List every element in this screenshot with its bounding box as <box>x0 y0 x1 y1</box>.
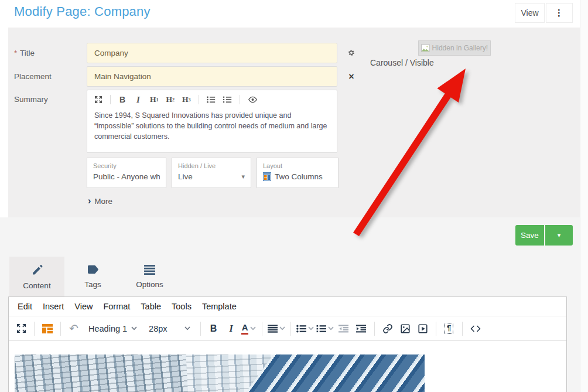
layout-card[interactable]: Layout Two Columns <box>257 158 339 188</box>
menu-insert[interactable]: Insert <box>37 302 69 311</box>
menu-template[interactable]: Template <box>197 302 242 311</box>
chevron-right-icon: › <box>88 196 91 206</box>
menu-edit[interactable]: Edit <box>12 302 37 311</box>
title-input[interactable] <box>87 43 337 63</box>
italic-button[interactable]: I <box>224 320 239 338</box>
summary-italic-button[interactable]: I <box>134 95 142 105</box>
divider <box>374 322 375 336</box>
divider <box>240 95 240 104</box>
template-layout-button[interactable] <box>40 320 55 338</box>
divider <box>436 322 436 336</box>
menu-table[interactable]: Table <box>135 302 166 311</box>
tab-options[interactable]: Options <box>121 257 178 296</box>
align-justify-icon <box>268 325 278 333</box>
link-button[interactable] <box>380 320 395 338</box>
menu-tools[interactable]: Tools <box>166 302 197 311</box>
placement-remove-button[interactable]: × <box>346 71 357 83</box>
indent-icon <box>356 325 366 333</box>
fullscreen-button[interactable] <box>13 320 29 338</box>
summary-bold-button[interactable]: B <box>118 95 127 104</box>
bullet-list-icon <box>296 325 306 333</box>
bullet-list-icon[interactable] <box>207 96 216 103</box>
tab-bar: Content Tags Options <box>9 257 178 296</box>
source-code-button[interactable] <box>468 320 483 338</box>
summary-toolbar: B I H1 H2 H3 <box>87 90 337 109</box>
required-asterisk: * <box>14 49 17 57</box>
menu-view[interactable]: View <box>69 302 98 311</box>
view-button[interactable]: View <box>515 3 545 23</box>
gallery-thumbnail[interactable]: Hidden in Gallery! <box>418 40 491 56</box>
pencil-icon <box>31 264 43 276</box>
broken-image-icon <box>421 44 430 52</box>
layout-grid-icon <box>42 324 53 333</box>
options-icon <box>143 265 156 275</box>
title-settings-button[interactable] <box>346 47 357 59</box>
summary-h2-button[interactable]: H2 <box>166 95 175 104</box>
editor-menubar: Edit Insert View Format Table Tools Temp… <box>9 297 566 316</box>
chevron-down-icon <box>328 326 334 330</box>
summary-label: Summary <box>14 95 48 104</box>
header: Modify Page: Company View ⋮ <box>0 0 580 28</box>
outdent-icon <box>339 325 348 333</box>
security-card[interactable]: Security Public - Anyone wh... <box>87 158 166 188</box>
chevron-down-icon <box>250 326 256 330</box>
divider <box>200 322 201 336</box>
divider <box>199 95 199 104</box>
hidden-live-card[interactable]: Hidden / Live Live ▾ <box>172 158 251 188</box>
undo-button[interactable]: ↶ <box>66 320 81 338</box>
heading-select[interactable]: Heading 1 <box>84 320 142 338</box>
skyscraper-image[interactable] <box>15 354 425 392</box>
eye-icon[interactable] <box>248 96 258 103</box>
summary-h1-button[interactable]: H1 <box>150 95 159 104</box>
more-toggle[interactable]: › More <box>88 196 112 206</box>
placement-input[interactable] <box>87 66 337 87</box>
editor-content[interactable] <box>9 341 566 392</box>
editor-toolbar: ↶ Heading 1 28px B I A <box>9 316 566 341</box>
media-icon <box>418 323 428 334</box>
page-scrollbar[interactable] <box>580 0 588 392</box>
menu-format[interactable]: Format <box>98 302 135 311</box>
undo-icon: ↶ <box>69 323 78 334</box>
field-cards: Security Public - Anyone wh... Hidden / … <box>87 158 339 188</box>
fullscreen-icon <box>16 323 26 333</box>
media-button[interactable] <box>415 320 430 338</box>
outdent-button[interactable] <box>336 320 351 338</box>
chevron-down-icon <box>131 326 137 330</box>
bullet-list-button[interactable] <box>296 320 314 338</box>
text-color-button[interactable]: A <box>241 320 257 338</box>
summary-text[interactable]: Since 1994, S Squared Innovations has pr… <box>87 109 337 144</box>
title-label: *Title <box>14 49 35 57</box>
fontsize-select[interactable]: 28px <box>144 320 194 338</box>
tab-tags[interactable]: Tags <box>64 257 121 296</box>
chevron-down-icon <box>184 326 190 330</box>
chevron-down-icon <box>279 326 285 330</box>
divider <box>60 322 61 336</box>
kebab-icon: ⋮ <box>555 8 564 18</box>
summary-editor: B I H1 H2 H3 <box>87 90 337 153</box>
summary-h3-button[interactable]: H3 <box>182 95 191 104</box>
image-button[interactable] <box>398 320 413 338</box>
expand-icon[interactable] <box>94 96 102 104</box>
divider <box>34 322 35 336</box>
gear-icon <box>347 49 355 57</box>
numbered-list-icon[interactable] <box>223 96 232 103</box>
save-button[interactable]: Save <box>515 225 544 246</box>
page-settings-panel: *Title Placement × Summary B I H1 H2 H3 <box>8 28 580 217</box>
bold-button[interactable]: B <box>206 320 221 338</box>
two-columns-icon <box>263 172 271 181</box>
divider <box>262 322 262 336</box>
tag-icon <box>87 264 100 275</box>
indent-button[interactable] <box>354 320 369 338</box>
formatting-marks-button[interactable]: ¶ <box>442 320 457 338</box>
caret-down-icon: ▾ <box>558 231 561 238</box>
link-icon <box>382 323 393 334</box>
thumbnail-caption: Carousel / Visible <box>370 58 434 67</box>
close-icon: × <box>348 72 354 81</box>
save-dropdown-button[interactable]: ▾ <box>545 225 573 246</box>
building-left <box>15 354 198 392</box>
align-button[interactable] <box>268 320 285 338</box>
tab-content[interactable]: Content <box>9 257 64 296</box>
caret-down-icon: ▾ <box>241 173 245 180</box>
kebab-menu-button[interactable]: ⋮ <box>546 3 573 23</box>
numbered-list-button[interactable] <box>316 320 334 338</box>
